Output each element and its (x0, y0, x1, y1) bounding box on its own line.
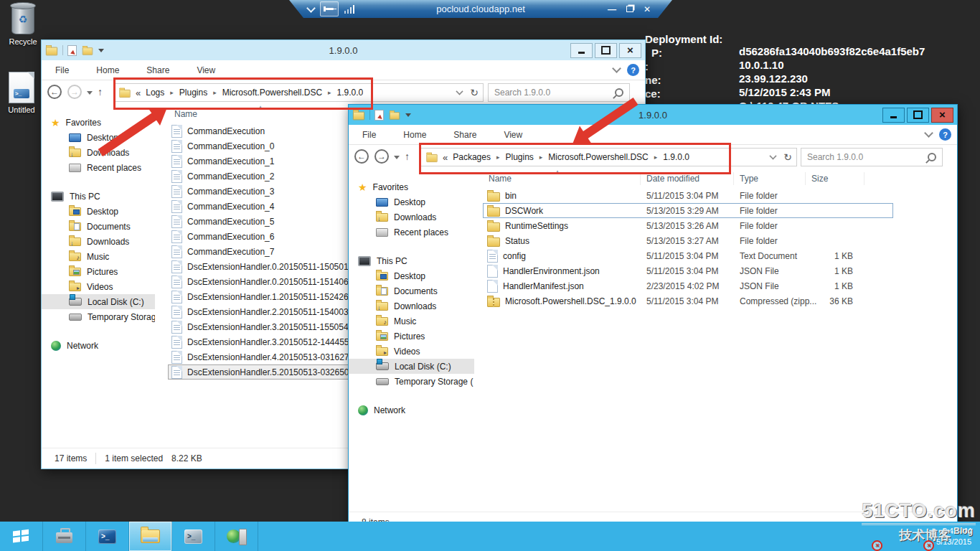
sidebar-item[interactable]: Pictures (349, 329, 474, 344)
file-row[interactable]: CommandExecution (168, 123, 356, 138)
column-header[interactable]: Date modified (641, 172, 734, 185)
qat-dropdown-icon[interactable] (405, 113, 411, 120)
file-row[interactable]: DscExtensionHandler.1.20150511-152426 (168, 289, 356, 304)
back-button[interactable]: ← (354, 149, 369, 164)
ribbon-tab[interactable]: File (42, 60, 83, 80)
taskbar-button[interactable] (215, 522, 258, 551)
history-dropdown-icon[interactable] (87, 91, 93, 98)
search-input[interactable]: Search 1.9.0.0 (801, 148, 943, 166)
breadcrumb-segment[interactable]: Microsoft.Powershell.DSC (207, 88, 322, 98)
qat-new-folder-icon[interactable] (83, 47, 93, 55)
file-row[interactable]: CommandExecution_4 (168, 199, 356, 214)
breadcrumb-segment[interactable]: 1.9.0.0 (322, 88, 363, 98)
file-row[interactable]: CommandExecution_7 (168, 244, 356, 259)
sidebar-item[interactable]: Downloads (349, 298, 474, 314)
column-header[interactable]: Name (483, 172, 641, 185)
file-row[interactable]: CommandExecution_2 (168, 169, 356, 184)
ribbon-tab[interactable]: Share (440, 125, 490, 144)
breadcrumb-ellipsis[interactable]: « (136, 88, 141, 98)
pin-button[interactable] (320, 1, 339, 17)
file-row[interactable]: CommandExecution_6 (168, 229, 356, 244)
file-row[interactable]: config 5/11/2015 3:04 PM Text Document 1… (483, 248, 893, 263)
sidebar-item[interactable]: Recent places (42, 160, 155, 175)
sidebar-item[interactable]: Desktop (349, 194, 474, 209)
file-row[interactable]: DscExtensionHandler.0.20150511-150501 (168, 259, 356, 274)
qat-dropdown-icon[interactable] (98, 49, 104, 55)
minimize-button[interactable] (882, 108, 905, 123)
sidebar-item[interactable]: Recent places (349, 225, 474, 240)
up-button[interactable]: ↑ (405, 151, 410, 162)
ribbon-tab[interactable]: View (183, 60, 229, 80)
qat-properties-icon[interactable] (374, 110, 384, 121)
sidebar-item[interactable]: Desktop (349, 268, 474, 283)
rdp-minimize-button[interactable]: — (608, 6, 616, 13)
column-header[interactable]: Type (734, 172, 806, 185)
sidebar-item[interactable]: Documents (349, 283, 474, 298)
sidebar-item[interactable]: Downloads (349, 209, 474, 225)
ribbon-collapse-icon[interactable] (924, 128, 933, 138)
sidebar-item[interactable]: Downloads (42, 234, 155, 249)
sidebar-group-network[interactable]: Network (42, 338, 155, 353)
rdp-restore-button[interactable] (626, 6, 633, 12)
ribbon-collapse-icon[interactable] (612, 64, 621, 73)
file-row[interactable]: CommandExecution_0 (168, 138, 356, 154)
titlebar[interactable]: 1.9.0.0 (349, 105, 957, 125)
sidebar-item[interactable]: Videos (349, 344, 474, 359)
sidebar-group-this-pc[interactable]: This PC (349, 253, 474, 268)
history-dropdown-icon[interactable] (394, 156, 400, 162)
search-input[interactable]: Search 1.9.0.0 (488, 83, 630, 102)
file-row[interactable]: DscExtensionHandler.0.20150511-151406 (168, 274, 356, 289)
address-bar[interactable]: « PackagesPluginsMicrosoft.Powershell.DS… (420, 148, 797, 166)
forward-button[interactable]: → (67, 85, 82, 99)
file-row[interactable]: DscExtensionHandler.2.20150511-154003 (168, 304, 356, 319)
qat-properties-icon[interactable] (67, 45, 77, 56)
breadcrumb-segment[interactable]: 1.9.0.0 (649, 152, 689, 162)
address-bar[interactable]: « LogsPluginsMicrosoft.Powershell.DSC1.9… (113, 83, 484, 102)
sidebar-group-favorites[interactable]: Favorites (42, 115, 155, 130)
sidebar-group-this-pc[interactable]: This PC (42, 189, 155, 204)
sidebar-item[interactable]: Pictures (42, 264, 155, 279)
file-row[interactable]: Microsoft.Powershell.DSC_1.9.0.0 5/11/20… (483, 293, 893, 309)
taskbar-button[interactable] (0, 522, 43, 551)
ribbon-tab[interactable]: Home (390, 125, 440, 144)
sidebar-item[interactable]: Desktop (42, 204, 155, 219)
minimize-button[interactable] (570, 43, 593, 58)
sidebar-item[interactable]: Local Disk (C:) (349, 359, 474, 374)
qat-new-folder-icon[interactable] (390, 112, 400, 119)
close-button[interactable] (619, 43, 641, 58)
column-header[interactable]: Size (806, 172, 864, 185)
file-row[interactable]: DscExtensionHandler.5.20150513-032650 (168, 364, 356, 380)
sidebar-item[interactable]: Temporary Storage ( (42, 309, 155, 324)
rdp-close-button[interactable]: ✕ (644, 6, 651, 13)
breadcrumb-segment[interactable]: Logs (146, 88, 164, 98)
sidebar-item[interactable]: Temporary Storage ( (349, 374, 474, 389)
chevron-down-icon[interactable] (306, 4, 316, 13)
file-row[interactable]: DscExtensionHandler.4.20150513-031627 (168, 349, 356, 364)
breadcrumb-segment[interactable]: Microsoft.Powershell.DSC (534, 152, 649, 162)
file-row[interactable]: DscExtensionHandler.3.20150511-155054 (168, 319, 356, 334)
up-button[interactable]: ↑ (98, 86, 103, 98)
breadcrumb-segment[interactable]: Packages (453, 152, 491, 162)
taskbar-button[interactable] (172, 522, 215, 551)
maximize-button[interactable] (595, 43, 617, 58)
sidebar-group-favorites[interactable]: Favorites (349, 179, 474, 194)
taskbar-button[interactable] (129, 522, 172, 551)
sidebar-item[interactable]: Videos (42, 279, 155, 294)
breadcrumb-ellipsis[interactable]: « (443, 152, 448, 163)
file-row[interactable]: CommandExecution_1 (168, 154, 356, 169)
help-icon[interactable]: ? (627, 64, 639, 76)
taskbar-button[interactable] (43, 522, 86, 551)
ribbon-tab[interactable]: Home (83, 60, 133, 80)
file-row[interactable]: DSCWork 5/13/2015 3:29 AM File folder (483, 203, 893, 218)
ribbon-tab[interactable]: Share (133, 60, 183, 80)
column-header-name[interactable]: Name (174, 109, 197, 119)
sidebar-item[interactable]: Downloads (42, 145, 155, 160)
sidebar-item[interactable]: Music (349, 314, 474, 329)
file-row[interactable]: DscExtensionHandler.3.20150512-144455 (168, 334, 356, 349)
file-row[interactable]: CommandExecution_3 (168, 184, 356, 199)
titlebar[interactable]: 1.9.0.0 (42, 40, 645, 60)
address-dropdown-icon[interactable] (770, 152, 777, 159)
sidebar-group-network[interactable]: Network (349, 402, 474, 418)
forward-button[interactable]: → (374, 149, 389, 164)
refresh-icon[interactable]: ↻ (783, 151, 792, 163)
